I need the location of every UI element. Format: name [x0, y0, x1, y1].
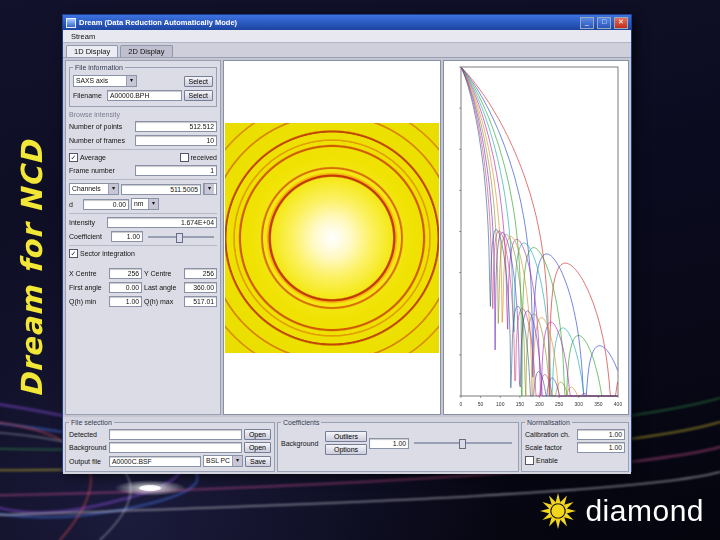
diamond-logo-text: diamond	[585, 494, 704, 528]
sector-integration-label: Sector integration	[80, 250, 135, 257]
output-file-label: Output file	[69, 458, 107, 465]
d-field[interactable]: 0.00	[83, 199, 129, 210]
y-centre-label: Y Centre	[144, 270, 182, 277]
chevron-down-icon	[126, 76, 136, 86]
background-open-button[interactable]: Open	[244, 442, 271, 453]
calibration-label: Calibration ch.	[525, 431, 575, 438]
detector-image-panel	[223, 60, 441, 415]
svg-text:150: 150	[516, 401, 525, 407]
channels-label: Channels	[70, 184, 108, 194]
svg-text:200: 200	[535, 401, 544, 407]
received-checkbox[interactable]	[180, 153, 189, 162]
options-button[interactable]: Options	[325, 444, 367, 455]
svg-text:50: 50	[478, 401, 484, 407]
normalisation-legend: Normalisation	[525, 419, 572, 426]
tab-2d-display[interactable]: 2D Display	[120, 45, 172, 57]
coefficients-legend: Coefficients	[281, 419, 321, 426]
y-centre-field[interactable]: 256	[184, 268, 217, 279]
enable-label: Enable	[536, 457, 558, 464]
svg-text:0: 0	[460, 401, 463, 407]
background-file-label: Background	[69, 444, 107, 451]
num-frames-label: Number of frames	[69, 137, 133, 144]
intensity-field[interactable]: 1.674E+04	[107, 217, 217, 228]
bottom-panel: File selection Detected Open Background …	[63, 417, 631, 474]
channels-unit-dropdown[interactable]	[203, 183, 217, 195]
format-value: BSL PC	[204, 456, 232, 466]
diamond-logo: diamond	[539, 492, 704, 530]
coefficient-label: Coefficient	[69, 233, 109, 240]
intensity-plot: 050100150200250300350400	[445, 62, 623, 409]
num-frames-field[interactable]: 10	[135, 135, 217, 146]
file-selection-section: File selection Detected Open Background …	[65, 419, 275, 472]
saxs-axis-dropdown[interactable]: SAXS axis	[73, 75, 137, 87]
minimize-button[interactable]	[580, 17, 594, 29]
background-file-field[interactable]	[109, 442, 242, 453]
slider-thumb[interactable]	[176, 233, 183, 243]
qh-max-label: Q(h) max	[144, 298, 182, 305]
app-icon	[66, 18, 76, 28]
coeff-background-field[interactable]: 1.00	[369, 438, 409, 449]
chevron-down-icon	[148, 199, 158, 209]
display-tabs: 1D Display 2D Display	[63, 43, 631, 58]
tab-1d-display[interactable]: 1D Display	[66, 45, 118, 57]
outliers-button[interactable]: Outliers	[325, 431, 367, 442]
frame-number-field[interactable]: 1	[135, 165, 217, 176]
channels-dropdown[interactable]: Channels	[69, 183, 119, 195]
sector-integration-checkbox[interactable]	[69, 249, 78, 258]
close-button[interactable]	[614, 17, 628, 29]
num-points-label: Number of points	[69, 123, 133, 130]
calibration-field[interactable]: 1.00	[577, 429, 625, 440]
slider-thumb[interactable]	[459, 439, 466, 449]
file-information-legend: File information	[73, 64, 125, 71]
format-dropdown[interactable]: BSL PC	[203, 455, 243, 467]
main-content: File information SAXS axis Select Filena…	[63, 58, 631, 417]
maximize-button[interactable]	[597, 17, 611, 29]
coeff-background-label: Background	[281, 440, 323, 447]
saxs-axis-label: SAXS axis	[74, 76, 126, 86]
coefficient-slider[interactable]	[148, 236, 214, 238]
normalisation-section: Normalisation Calibration ch. 1.00 Scale…	[521, 419, 629, 472]
menu-stream[interactable]: Stream	[67, 32, 99, 41]
qh-min-field[interactable]: 1.00	[109, 296, 142, 307]
average-label: Average	[80, 154, 106, 161]
save-button[interactable]: Save	[245, 456, 271, 467]
window-titlebar[interactable]: Dream (Data Reduction Automatically Mode…	[63, 15, 631, 30]
detected-label: Detected	[69, 431, 107, 438]
menu-bar: Stream	[63, 30, 631, 43]
filename-label: Filename	[73, 92, 105, 99]
file-selection-legend: File selection	[69, 419, 114, 426]
coefficient-field[interactable]: 1.00	[111, 231, 143, 242]
svg-text:250: 250	[555, 401, 564, 407]
x-centre-label: X Centre	[69, 270, 107, 277]
received-label: received	[191, 154, 217, 161]
scale-factor-field[interactable]: 1.00	[577, 442, 625, 453]
background-slider[interactable]	[414, 442, 512, 444]
detected-open-button[interactable]: Open	[244, 429, 271, 440]
qh-max-field[interactable]: 517.01	[184, 296, 217, 307]
enable-checkbox[interactable]	[525, 456, 534, 465]
detected-field[interactable]	[109, 429, 242, 440]
detector-image	[225, 123, 439, 353]
last-angle-field[interactable]: 360.00	[184, 282, 217, 293]
saxs-select-button[interactable]: Select	[184, 76, 213, 87]
qh-min-label: Q(h) min	[69, 298, 107, 305]
x-centre-field[interactable]: 256	[109, 268, 142, 279]
channels-field[interactable]: 511.5005	[121, 184, 201, 195]
chevron-down-icon	[108, 184, 118, 194]
first-angle-field[interactable]: 0.00	[109, 282, 142, 293]
d-label: d	[69, 201, 81, 208]
intensity-plot-panel: 050100150200250300350400	[443, 60, 629, 415]
file-information-group: File information SAXS axis Select Filena…	[69, 64, 217, 107]
chevron-down-icon	[204, 184, 214, 194]
svg-text:400: 400	[614, 401, 623, 407]
output-file-field[interactable]: A0000C.BSF	[109, 456, 201, 467]
presentation-slide: Dream for NCD Dream (Data Reduction Auto…	[0, 0, 720, 540]
app-window: Dream (Data Reduction Automatically Mode…	[62, 14, 632, 472]
coefficients-section: Coefficients Background Outliers Options…	[277, 419, 519, 472]
filename-field[interactable]: A00000.BPH	[107, 90, 182, 101]
d-unit-dropdown[interactable]: nm	[131, 198, 159, 210]
filename-select-button[interactable]: Select	[184, 90, 213, 101]
num-points-field[interactable]: 512.512	[135, 121, 217, 132]
average-checkbox[interactable]	[69, 153, 78, 162]
svg-text:100: 100	[496, 401, 505, 407]
